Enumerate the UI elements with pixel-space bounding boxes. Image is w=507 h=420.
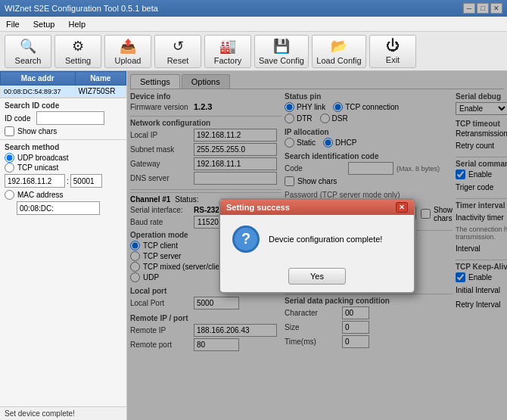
show-chars-checkbox[interactable] [5, 126, 14, 136]
id-code-input[interactable] [36, 111, 104, 125]
gear-icon: ⚙ [72, 38, 84, 54]
app-title: WIZnet S2E Configuration Tool 0.5.1 beta [5, 4, 158, 13]
menu-setup[interactable]: Setup [30, 18, 58, 30]
modal-body: ? Devcie configuration complete! [220, 215, 414, 263]
device-name: WIZ750SR [75, 86, 126, 98]
search-method-label: Search method [5, 143, 122, 151]
reset-button[interactable]: ↺ Reset [154, 35, 201, 68]
search-icon: 🔍 [20, 38, 36, 54]
search-port-input[interactable] [70, 174, 102, 188]
save-icon: 💾 [273, 38, 290, 54]
mac-address-row: MAC address [5, 190, 122, 200]
upload-icon: 📤 [120, 38, 136, 54]
close-button[interactable]: ✕ [490, 3, 502, 14]
toolbar: 🔍 Search ⚙ Setting 📤 Upload ↺ Reset 🏭 Fa… [0, 32, 507, 71]
factory-button[interactable]: 🏭 Factory [204, 35, 251, 68]
modal-message: Devcie configuration complete! [269, 235, 382, 244]
setting-success-modal: Setting success ✕ ? Devcie configuration… [219, 198, 415, 294]
modal-ok-button[interactable]: Yes [288, 268, 346, 285]
search-id-label: Search ID code [5, 101, 122, 110]
table-row[interactable]: 00:08:DC:54:89:37 WIZ750SR [1, 86, 126, 98]
mac-address-radio[interactable] [5, 190, 14, 200]
save-config-button[interactable]: 💾 Save Config [254, 35, 309, 68]
search-id-section: Search ID code ID code Show chars [0, 98, 126, 139]
content-area: Settings Options Device info Firmware ve… [127, 71, 507, 420]
maximize-button[interactable]: □ [477, 3, 489, 14]
menu-help[interactable]: Help [65, 18, 89, 30]
tcp-unicast-row: TCP unicast [5, 163, 122, 173]
upload-button[interactable]: 📤 Upload [104, 35, 151, 68]
load-config-button[interactable]: 📂 Load Config [312, 35, 366, 68]
id-code-row: ID code [5, 111, 122, 125]
title-bar: WIZnet S2E Configuration Tool 0.5.1 beta… [0, 0, 507, 17]
search-ip-input[interactable] [5, 174, 65, 188]
factory-icon: 🏭 [219, 38, 236, 54]
window-controls: ─ □ ✕ [463, 3, 502, 14]
id-code-label: ID code [5, 114, 30, 123]
power-icon: ⏻ [386, 38, 400, 54]
tcp-unicast-label: TCP unicast [17, 163, 58, 172]
exit-button[interactable]: ⏻ Exit [369, 35, 416, 68]
udp-broadcast-label: UDP broadcast [17, 154, 69, 162]
udp-broadcast-radio[interactable] [5, 153, 14, 163]
modal-close-button[interactable]: ✕ [396, 202, 408, 213]
modal-overlay: Setting success ✕ ? Devcie configuration… [127, 71, 507, 420]
search-button[interactable]: 🔍 Search [5, 35, 51, 68]
modal-info-icon: ? [232, 226, 260, 253]
ip-port-row: : [5, 174, 122, 188]
modal-footer: Yes [220, 263, 414, 292]
device-mac: 00:08:DC:54:89:37 [1, 86, 76, 98]
udp-broadcast-row: UDP broadcast [5, 153, 122, 163]
load-icon: 📂 [331, 38, 347, 54]
show-chars-label: Show chars [17, 127, 57, 135]
mac-address-label: MAC address [17, 191, 64, 199]
device-table: Mac addr Name 00:08:DC:54:89:37 WIZ750SR [0, 71, 126, 98]
mac-value-row [5, 201, 122, 215]
minimize-button[interactable]: ─ [463, 3, 475, 14]
show-chars-row: Show chars [5, 126, 122, 136]
sidebar-status: Set device complete! [0, 406, 126, 420]
mac-input[interactable] [17, 201, 100, 215]
setting-button[interactable]: ⚙ Setting [54, 35, 101, 68]
mac-addr-header: Mac addr [1, 72, 76, 86]
modal-titlebar: Setting success ✕ [220, 200, 414, 215]
menu-file[interactable]: File [3, 18, 23, 30]
name-header: Name [75, 72, 126, 86]
search-method-section: Search method UDP broadcast TCP unicast … [0, 139, 126, 218]
main-area: Mac addr Name 00:08:DC:54:89:37 WIZ750SR… [0, 71, 507, 420]
menu-bar: File Setup Help [0, 17, 507, 32]
tcp-unicast-radio[interactable] [5, 163, 14, 173]
sidebar: Mac addr Name 00:08:DC:54:89:37 WIZ750SR… [0, 71, 127, 420]
modal-title: Setting success [226, 203, 290, 212]
reset-icon: ↺ [173, 38, 184, 54]
